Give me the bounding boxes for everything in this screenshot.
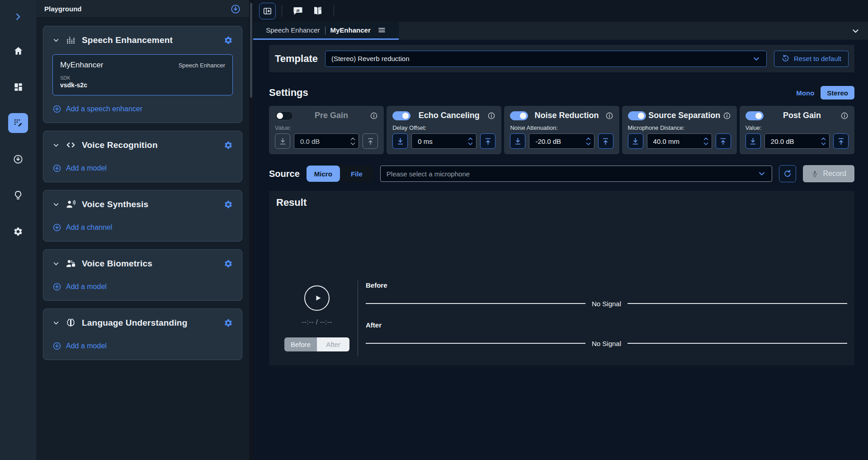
tab-menu-icon[interactable] (377, 26, 386, 34)
stepper-down-icon[interactable] (467, 142, 473, 146)
value-input[interactable]: 40.0 mm (647, 133, 712, 149)
stepper-down-icon[interactable] (350, 142, 356, 146)
add-model-button[interactable]: Add a model (43, 275, 242, 300)
export-download-icon[interactable] (230, 4, 241, 14)
source-separation-toggle[interactable] (628, 111, 646, 120)
signal-line-left (366, 343, 585, 344)
rail-item-ideas[interactable] (8, 185, 28, 205)
refresh-devices-button[interactable] (779, 165, 796, 182)
collapse-panel-button[interactable] (259, 3, 276, 19)
section-header[interactable]: Voice Recognition (43, 131, 242, 156)
panel-scrollbar[interactable] (249, 0, 253, 460)
scrollbar-thumb[interactable] (250, 3, 252, 98)
toggle-knob (520, 113, 526, 119)
expand-sidebar-button[interactable] (12, 11, 24, 23)
info-icon[interactable] (605, 112, 613, 120)
value-input[interactable]: 20.0 dB (764, 133, 830, 149)
add-action-label: Add a model (66, 283, 107, 291)
rail-item-home[interactable] (8, 41, 28, 61)
micro-mode-button[interactable]: Micro (307, 166, 340, 182)
tabbar-chevron-down-icon[interactable] (851, 27, 860, 35)
set-max-button[interactable] (716, 133, 731, 149)
section-header[interactable]: Language Understanding (43, 309, 242, 334)
value-stepper (703, 137, 709, 146)
value-input[interactable]: -20.0 dB (529, 133, 594, 149)
tab-myenhancer[interactable]: Speech Enhancer MyEnhancer (253, 22, 399, 40)
section-gear-icon[interactable] (224, 200, 233, 209)
stereo-mode-button[interactable]: Stereo (821, 86, 854, 100)
rail-item-dashboard[interactable] (8, 77, 28, 97)
section-gear-icon[interactable] (224, 36, 233, 45)
section-header[interactable]: Speech Enhancement (43, 26, 242, 52)
stepper-down-icon[interactable] (703, 142, 709, 146)
stepper-down-icon[interactable] (585, 142, 591, 146)
card-title: Pre Gain (293, 111, 370, 120)
phoneme-chat-icon[interactable] (292, 5, 303, 16)
echo-canceling-toggle[interactable] (392, 111, 410, 120)
set-min-button[interactable] (745, 133, 761, 149)
toggle-knob (638, 113, 644, 119)
set-max-button[interactable] (480, 133, 495, 149)
add-model-button[interactable]: Add a model (43, 334, 242, 360)
collapse-sidebar-icon (263, 6, 272, 16)
play-icon (312, 293, 323, 304)
section-gear-icon[interactable] (224, 259, 233, 268)
compare-after-button[interactable]: After (317, 337, 349, 351)
microphone-icon (811, 170, 819, 178)
stepper-down-icon[interactable] (821, 142, 826, 146)
info-icon[interactable] (840, 112, 849, 120)
set-min-button[interactable] (392, 133, 408, 149)
set-min-button[interactable] (275, 133, 290, 149)
section-gear-icon[interactable] (224, 141, 233, 150)
reset-to-default-button[interactable]: Reset to default (774, 51, 849, 67)
section-gear-icon[interactable] (224, 318, 233, 327)
record-button[interactable]: Record (803, 165, 854, 182)
set-min-button[interactable] (628, 133, 643, 149)
rail-item-settings[interactable] (8, 222, 28, 242)
documentation-book-icon[interactable] (312, 5, 323, 16)
signal-line-left (366, 303, 585, 304)
model-card-myenhancer[interactable]: MyEnhancer Speech Enhancer SDK vsdk-s2c (52, 54, 233, 95)
info-icon[interactable] (487, 112, 495, 120)
section-header[interactable]: Voice Biometrics (43, 250, 242, 275)
card-pre-gain: Pre Gain Value: 0.0 dB (269, 106, 384, 154)
add-channel-button[interactable]: Add a channel (43, 216, 242, 241)
stepper-up-icon[interactable] (703, 137, 709, 141)
value-text: 0 ms (418, 138, 467, 145)
rail-item-playground[interactable] (8, 113, 28, 133)
stepper-up-icon[interactable] (350, 137, 356, 141)
add-model-button[interactable]: Add a model (43, 156, 242, 182)
file-mode-button[interactable]: File (340, 166, 373, 182)
pre-gain-toggle[interactable] (275, 111, 293, 120)
before-signal-status: No Signal (592, 300, 621, 308)
info-icon[interactable] (370, 112, 378, 120)
microphone-select[interactable]: Please select a microphone (380, 166, 773, 182)
rail-item-downloads[interactable] (8, 149, 28, 169)
compare-before-button[interactable]: Before (284, 337, 317, 351)
arrow-up-to-line-icon (601, 137, 610, 146)
reset-button-label: Reset to default (794, 55, 841, 62)
set-max-button[interactable] (833, 133, 849, 149)
set-min-button[interactable] (510, 133, 525, 149)
value-input[interactable]: 0.0 dB (294, 133, 359, 149)
add-speech-enhancer-button[interactable]: Add a speech enhancer (43, 97, 242, 123)
section-header[interactable]: Voice Synthesis (43, 190, 242, 216)
signal-line-right (627, 343, 847, 344)
arrow-up-to-line-icon (719, 137, 727, 146)
stepper-up-icon[interactable] (821, 137, 826, 141)
value-input[interactable]: 0 ms (411, 133, 476, 149)
set-max-button[interactable] (363, 133, 378, 149)
play-button[interactable] (304, 285, 330, 311)
arrow-up-to-line-icon (366, 137, 375, 146)
noise-reduction-toggle[interactable] (510, 111, 528, 120)
info-icon[interactable] (723, 112, 731, 120)
mono-mode-button[interactable]: Mono (790, 86, 821, 100)
value-stepper (467, 137, 473, 146)
stepper-up-icon[interactable] (467, 137, 473, 141)
set-max-button[interactable] (598, 133, 613, 149)
template-select[interactable]: (Stereo) Reverb reduction (325, 51, 767, 67)
stepper-up-icon[interactable] (585, 137, 591, 141)
post-gain-toggle[interactable] (745, 111, 764, 120)
source-title: Source (269, 169, 300, 179)
waveforms: Before No Signal After (358, 279, 847, 359)
